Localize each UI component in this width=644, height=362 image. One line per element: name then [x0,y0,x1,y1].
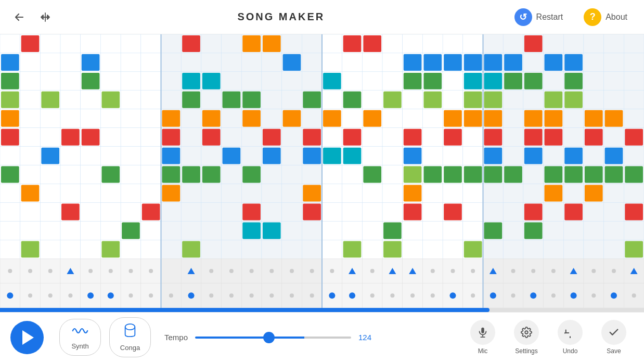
about-icon: ? [584,8,601,26]
mic-button[interactable]: Mic [463,316,503,359]
right-toolbar-buttons: Mic Settings Undo [463,316,634,359]
mic-icon-circle [470,320,495,345]
conga-icon [123,323,137,341]
play-button[interactable] [10,321,44,354]
synth-label: Synth [71,342,88,350]
mic-label: Mic [478,347,488,355]
grid-area [0,34,644,308]
song-grid-canvas[interactable] [0,34,644,308]
bottom-toolbar: Synth Conga Tempo 124 Mic [0,312,644,362]
save-label: Save [607,347,621,355]
header: SONG MAKER ↺ Restart ? About [0,0,644,34]
back-button[interactable] [10,8,28,26]
header-right: ↺ Restart ? About [508,5,634,29]
conga-label: Conga [120,344,140,352]
restart-label: Restart [536,12,563,22]
save-icon-circle [601,320,626,345]
svg-point-4 [525,331,528,334]
page-title: SONG MAKER [237,11,325,23]
synth-icon [72,325,88,339]
about-label: About [606,12,627,22]
progress-bar-container [0,308,644,312]
settings-label: Settings [515,347,537,355]
synth-button[interactable]: Synth [59,319,101,356]
tempo-section: Tempo 124 [164,333,463,342]
undo-label: Undo [563,347,578,355]
header-left [10,8,54,26]
conga-button[interactable]: Conga [109,317,151,357]
about-button[interactable]: ? About [577,5,634,29]
tempo-slider[interactable] [195,337,351,339]
save-button[interactable]: Save [594,316,634,359]
undo-icon-circle [558,320,583,345]
tempo-value: 124 [358,333,377,342]
undo-button[interactable]: Undo [550,316,590,359]
restart-button[interactable]: ↺ Restart [508,5,570,29]
restart-icon: ↺ [514,8,532,26]
svg-rect-1 [481,328,484,333]
svg-point-0 [125,324,135,330]
tempo-label: Tempo [164,333,188,342]
settings-icon-circle [514,320,539,345]
play-icon [22,330,34,345]
settings-button[interactable]: Settings [507,316,546,359]
move-button[interactable] [36,8,54,26]
progress-bar [0,308,490,312]
